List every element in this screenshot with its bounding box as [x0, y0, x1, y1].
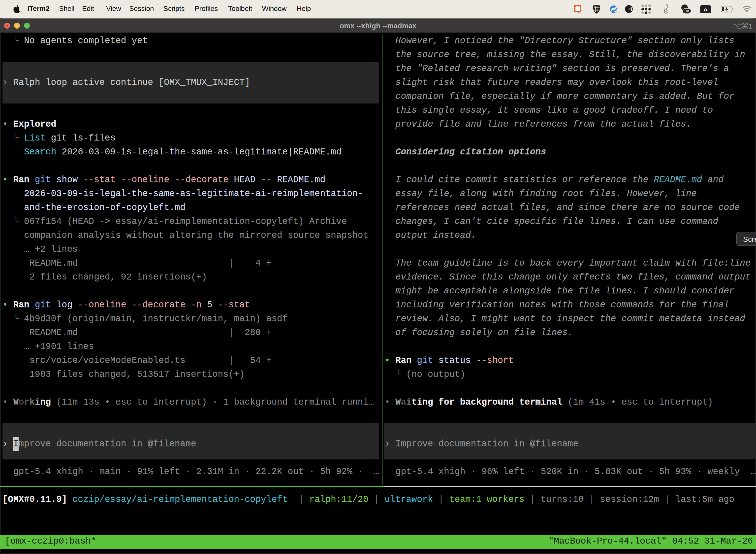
- svg-text:..61: ..61: [684, 9, 690, 13]
- svg-text:A: A: [704, 6, 708, 13]
